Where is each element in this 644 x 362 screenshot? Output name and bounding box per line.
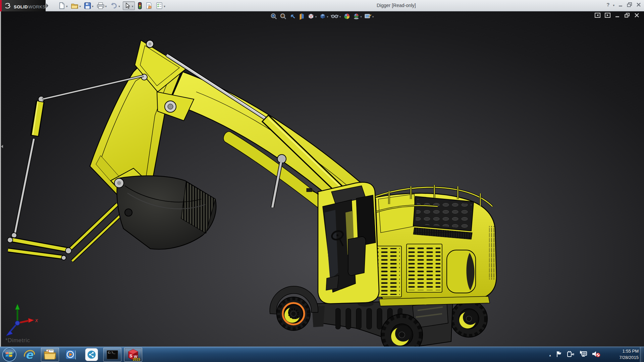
power-plug-icon[interactable] xyxy=(567,351,575,359)
select-cursor-icon xyxy=(124,2,130,9)
dropdown-arrow-icon[interactable] xyxy=(118,3,120,9)
internet-explorer-icon xyxy=(23,349,35,361)
new-document-button[interactable] xyxy=(58,2,68,10)
taskbar-solidworks[interactable]: S W 2015 xyxy=(124,348,142,362)
hidden-icons-button[interactable] xyxy=(549,352,551,358)
new-document-icon xyxy=(58,2,65,9)
taskbar-clock[interactable]: 1:55 PM 7/28/2015 xyxy=(619,348,639,361)
action-center-flag-icon[interactable] xyxy=(556,351,562,359)
taskbar-share-app[interactable] xyxy=(83,348,101,362)
splitter-collapse-arrow-icon[interactable] xyxy=(1,145,3,148)
front-left-wheel[interactable] xyxy=(270,286,325,330)
print-button[interactable] xyxy=(96,2,107,10)
share-app-icon xyxy=(85,348,98,361)
system-tray xyxy=(549,347,600,362)
clock-time: 1:55 PM xyxy=(619,348,639,355)
taskbar-internet-explorer[interactable] xyxy=(20,348,38,362)
graphics-viewport[interactable]: x *Dimetric xyxy=(0,11,644,347)
excavator-model[interactable] xyxy=(0,11,644,347)
windows-start-orb-icon xyxy=(2,348,16,362)
menu-expand-arrow-icon[interactable] xyxy=(46,3,48,8)
undo-arrow-icon xyxy=(110,2,118,9)
3ds-logo-icon xyxy=(5,3,12,8)
window-title: Digger [Read-only] xyxy=(377,3,416,8)
logo-red-stripe-icon xyxy=(0,0,2,12)
orientation-triad: x xyxy=(3,300,40,337)
dropdown-arrow-icon[interactable] xyxy=(164,3,165,9)
taskbar-windows-explorer[interactable] xyxy=(41,348,59,362)
dropdown-arrow-icon[interactable] xyxy=(132,3,133,9)
restore-button[interactable] xyxy=(627,2,633,7)
featuremanager-splitter[interactable] xyxy=(0,11,1,347)
save-button[interactable] xyxy=(84,2,94,10)
open-folder-icon xyxy=(71,2,79,9)
open-button[interactable] xyxy=(70,2,82,10)
taskbar-media-player[interactable] xyxy=(62,348,80,362)
brand-text-bold: SOLID xyxy=(14,4,28,9)
taskbar-command-prompt[interactable]: C:\_ xyxy=(103,348,121,362)
view-orientation-label: *Dimetric xyxy=(5,337,30,344)
media-player-icon xyxy=(65,349,77,361)
windows-explorer-icon xyxy=(44,349,56,360)
command-prompt-icon: C:\_ xyxy=(107,350,118,359)
select-tool-button[interactable] xyxy=(123,1,135,10)
titlebar: Digger [Read-only] SOLIDWORKS xyxy=(0,0,644,11)
file-properties-icon xyxy=(145,2,153,9)
file-properties-button[interactable] xyxy=(145,2,153,10)
dropdown-arrow-icon[interactable] xyxy=(92,3,94,9)
excavator-bucket[interactable] xyxy=(111,168,216,249)
options-icon xyxy=(156,2,163,9)
options-button[interactable] xyxy=(155,2,166,10)
close-button[interactable] xyxy=(636,2,641,7)
dropdown-arrow-icon[interactable] xyxy=(66,3,68,9)
dropdown-arrow-icon[interactable] xyxy=(105,3,107,9)
minimize-button[interactable] xyxy=(618,2,623,7)
dropdown-arrow-icon[interactable] xyxy=(79,3,81,9)
show-desktop-button[interactable] xyxy=(640,347,644,362)
standard-toolbar xyxy=(58,0,166,11)
start-button[interactable] xyxy=(1,348,17,362)
network-icon[interactable] xyxy=(579,351,587,359)
printer-icon xyxy=(97,2,105,9)
brand-text-light: WORKS xyxy=(28,4,46,9)
clock-date: 7/28/2015 xyxy=(619,355,639,361)
save-floppy-icon xyxy=(84,2,91,9)
undo-button[interactable] xyxy=(109,2,120,10)
windows-taskbar: C:\_ S W 2015 1:55 PM 7/28/2015 xyxy=(0,347,644,362)
solidworks-version-badge: 2015 xyxy=(133,358,140,361)
rear-right-wheel xyxy=(450,300,487,337)
help-dropdown-arrow-icon[interactable] xyxy=(613,2,614,8)
volume-muted-icon[interactable] xyxy=(592,350,600,359)
rebuild-button[interactable] xyxy=(137,2,143,10)
help-icon[interactable] xyxy=(606,2,609,8)
x-axis-label: x xyxy=(35,317,38,323)
rebuild-traffic-light-icon xyxy=(138,2,142,9)
solidworks-logo: SOLIDWORKS xyxy=(0,0,46,12)
svg-text:S: S xyxy=(129,353,132,358)
